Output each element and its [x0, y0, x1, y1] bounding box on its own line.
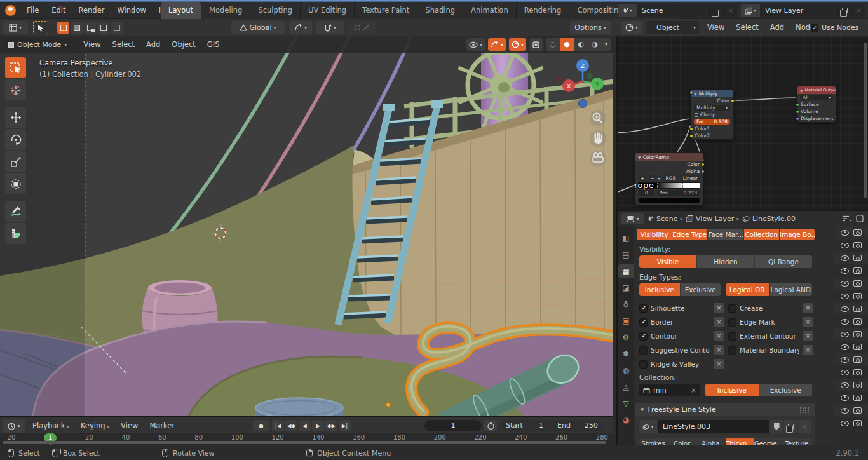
hide-eye-icon[interactable]	[841, 319, 849, 325]
properties-tab-icon[interactable]: ◍	[618, 363, 634, 377]
properties-tab-icon[interactable]: ◬	[618, 380, 634, 393]
shader-editor-type-button[interactable]: ▾	[621, 21, 642, 34]
properties-tab-icon[interactable]: ✽	[618, 347, 634, 360]
edge-type-checkbox[interactable]	[728, 304, 736, 313]
render-camera-icon[interactable]	[853, 331, 862, 337]
socket-color-out[interactable]	[731, 99, 735, 103]
remove-edge-type-button[interactable]: ×	[714, 331, 724, 341]
linestyle-browse-button[interactable]: ▾	[639, 420, 657, 433]
delete-scene-button[interactable]: ×	[723, 4, 737, 17]
transport-button[interactable]: |◀	[272, 420, 284, 431]
properties-tab-icon[interactable]: ⚙	[618, 330, 634, 344]
remove-edge-type-button[interactable]: ×	[714, 317, 724, 327]
edge-type-checkbox[interactable]	[728, 332, 736, 341]
visibility-option[interactable]: Hidden	[697, 255, 755, 268]
properties-editor-type-button[interactable]: ▾	[621, 213, 644, 224]
render-camera-icon[interactable]	[853, 229, 862, 236]
hide-eye-icon[interactable]	[841, 357, 849, 363]
select-mode-intersect[interactable]	[111, 22, 123, 34]
timeline-menu-item[interactable]: Keying	[75, 419, 115, 433]
hide-eye-icon[interactable]	[841, 268, 849, 274]
shading-dropdown[interactable]: ▾	[602, 38, 611, 51]
select-mode-set[interactable]	[57, 22, 69, 34]
remove-edge-type-button[interactable]: ×	[714, 303, 724, 313]
workspace-tab[interactable]: UV Editing	[301, 2, 355, 19]
use-nodes-toggle[interactable]: ✓ Use Nodes	[811, 24, 859, 32]
tool-rotate[interactable]	[5, 129, 26, 150]
edge-type-checkbox[interactable]	[728, 346, 736, 355]
timeline-editor-type-button[interactable]: ▾	[3, 419, 25, 433]
unlink-linestyle-button[interactable]: ×	[798, 420, 811, 433]
viewport-menu-item[interactable]: Select	[107, 36, 140, 53]
new-scene-button[interactable]	[709, 4, 723, 17]
edge-seg-option[interactable]: Logical AND	[770, 283, 813, 296]
remove-edge-type-button[interactable]: ×	[803, 345, 813, 355]
panel-drag-grip[interactable]	[799, 407, 810, 413]
section-tab[interactable]: Edge Types	[672, 229, 708, 240]
editor-type-button[interactable]: ▾	[3, 21, 28, 34]
viewport-menu-item[interactable]: View	[78, 36, 106, 53]
use-nodes-checkbox[interactable]: ✓	[811, 24, 818, 32]
editor-corner-icon[interactable]	[856, 215, 864, 222]
visibility-option[interactable]: QI Range	[755, 255, 812, 268]
ramp-stop-color-swatch[interactable]	[638, 198, 700, 203]
socket-surface-in[interactable]	[796, 103, 799, 107]
camera-view-button[interactable]	[590, 151, 606, 167]
active-tool-indicator[interactable]	[33, 21, 48, 34]
options-dropdown[interactable]: Options▾	[570, 21, 611, 34]
menu-item[interactable]: Render	[72, 2, 111, 19]
hide-eye-icon[interactable]	[841, 395, 849, 401]
render-camera-icon[interactable]	[853, 293, 862, 299]
socket-ramp-alpha-out[interactable]	[701, 170, 705, 173]
hide-eye-icon[interactable]	[841, 255, 849, 261]
timeline-menu-item[interactable]: View	[115, 419, 144, 433]
collection-field[interactable]: min ×	[639, 384, 700, 396]
ramp-pos-field[interactable]: Pos0.273	[657, 190, 700, 196]
socket-fac-in[interactable]	[689, 91, 693, 95]
hide-eye-icon[interactable]	[841, 306, 849, 312]
node-material-output[interactable]: ▼Material Output All▾ Surface Volume Dis…	[797, 86, 836, 123]
render-camera-icon[interactable]	[853, 382, 862, 388]
hide-eye-icon[interactable]	[841, 230, 849, 236]
tool-scale[interactable]	[5, 151, 26, 172]
remove-edge-type-button[interactable]: ×	[803, 331, 813, 341]
breadcrumb-linestyle[interactable]: LineStyle.00	[752, 215, 796, 223]
ramp-color-mode[interactable]: RGB	[663, 175, 679, 181]
section-tab[interactable]: Visibility	[637, 229, 672, 240]
workspace-tab[interactable]: Rendering	[517, 2, 570, 19]
current-frame-field[interactable]: 1	[424, 420, 482, 431]
output-target-dropdown[interactable]: All▾	[800, 95, 833, 100]
socket-ramp-color-out[interactable]	[701, 163, 705, 166]
node-colorramp[interactable]: ▼ColorRamp Color Alpha + − ▾ RGB Linear …	[635, 152, 703, 205]
properties-tab-icon[interactable]: ◧	[618, 231, 634, 245]
tool-transform[interactable]	[5, 173, 26, 194]
socket-color1-in[interactable]	[689, 127, 693, 131]
edge-type-checkbox[interactable]	[639, 346, 648, 355]
render-camera-icon[interactable]	[853, 407, 862, 414]
remove-edge-type-button[interactable]: ×	[803, 303, 813, 313]
workspace-tab[interactable]: Sculpting	[250, 2, 301, 19]
transport-button[interactable]: ◀	[299, 420, 311, 431]
shader-menu-item[interactable]: Add	[764, 19, 790, 36]
shader-menu-item[interactable]: View	[702, 19, 730, 36]
edge-seg-option[interactable]: Inclusive	[639, 283, 681, 296]
render-camera-icon[interactable]	[853, 420, 862, 426]
snap-magnet-button[interactable]: ▾	[316, 21, 344, 34]
add-view-layer-button[interactable]	[837, 4, 851, 17]
transport-button[interactable]: ▶|	[339, 420, 351, 431]
hide-eye-icon[interactable]	[841, 243, 849, 248]
transport-button[interactable]: ▶	[312, 420, 324, 431]
properties-tab-icon[interactable]: ▤	[618, 248, 634, 261]
socket-color2-in[interactable]	[689, 134, 693, 138]
menu-item[interactable]: File	[20, 2, 45, 19]
hide-eye-icon[interactable]	[841, 382, 849, 388]
pan-button[interactable]	[590, 130, 606, 147]
workspace-tab[interactable]: Layout	[161, 2, 201, 19]
end-frame-field[interactable]: End250	[551, 420, 604, 431]
timeline-menu-item[interactable]: Marker	[144, 419, 180, 433]
record-button[interactable]: ●	[253, 420, 269, 431]
menu-item[interactable]: Window	[111, 2, 152, 19]
shading-material[interactable]: ◐	[574, 38, 588, 51]
shading-wireframe[interactable]: ◌	[546, 38, 560, 51]
timeline-menu-item[interactable]: Playback	[27, 419, 75, 433]
